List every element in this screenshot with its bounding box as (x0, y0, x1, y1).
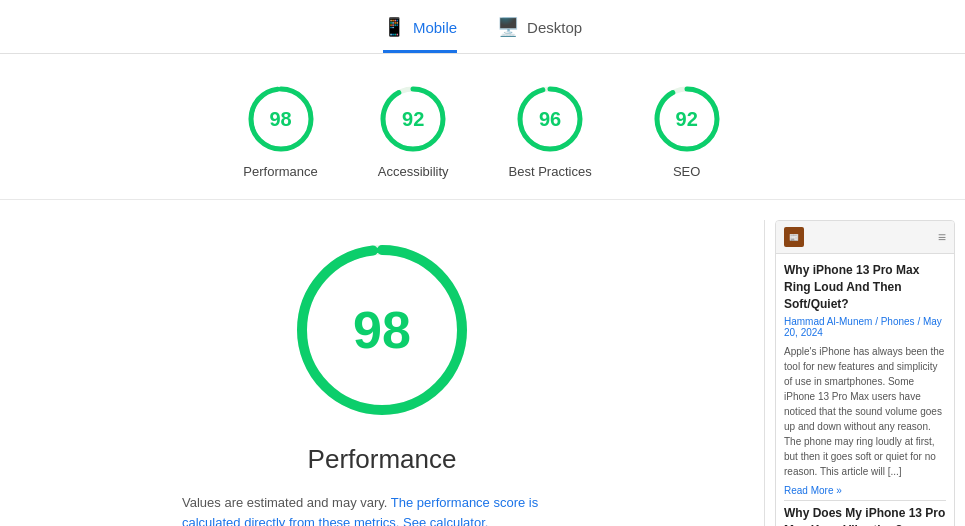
blog-card-0-body: Why iPhone 13 Pro Max Ring Loud And Then… (776, 254, 954, 526)
right-panel: 📰 ≡ Why iPhone 13 Pro Max Ring Loud And … (765, 220, 965, 526)
disclaimer-link-calculator[interactable]: See calculator. (403, 515, 488, 527)
tab-mobile[interactable]: 📱 Mobile (383, 16, 457, 53)
blog-card-0-excerpt: Apple's iPhone has always been the tool … (784, 344, 946, 479)
main-content: 98 Performance Values are estimated and … (0, 200, 965, 526)
blog-card-0: 📰 ≡ Why iPhone 13 Pro Max Ring Loud And … (775, 220, 955, 526)
blog-card-0-favicon: 📰 (784, 227, 804, 247)
tab-mobile-label: Mobile (413, 19, 457, 36)
score-circle-performance: 98 (246, 84, 316, 154)
score-label-best-practices: Best Practices (509, 164, 592, 179)
score-label-seo: SEO (673, 164, 700, 179)
disclaimer-text: Values are estimated and may vary. The p… (182, 493, 582, 526)
score-label-accessibility: Accessibility (378, 164, 449, 179)
blog-card-0-menu[interactable]: ≡ (938, 229, 946, 245)
blog-card-0-readmore[interactable]: Read More » (784, 485, 946, 496)
score-circle-best-practices: 96 (515, 84, 585, 154)
score-seo: 92 SEO (652, 84, 722, 179)
big-score-circle: 98 (292, 240, 472, 420)
score-circle-accessibility: 92 (378, 84, 448, 154)
tab-desktop-label: Desktop (527, 19, 582, 36)
blog-card-1-title: Why Does My iPhone 13 Pro Max Keep Vibra… (784, 505, 946, 526)
scores-row: 98 Performance 92 Accessibility 96 Best … (0, 54, 965, 200)
score-best-practices: 96 Best Practices (509, 84, 592, 179)
disclaimer-static: Values are estimated and may vary. (182, 495, 387, 510)
tab-desktop[interactable]: 🖥️ Desktop (497, 16, 582, 53)
big-score-value: 98 (353, 300, 411, 360)
score-performance: 98 Performance (243, 84, 317, 179)
score-label-performance: Performance (243, 164, 317, 179)
blog-card-0-header: 📰 ≡ (776, 221, 954, 254)
desktop-icon: 🖥️ (497, 16, 519, 38)
score-value-accessibility: 92 (402, 108, 424, 131)
left-panel: 98 Performance Values are estimated and … (0, 220, 765, 526)
tab-bar: 📱 Mobile 🖥️ Desktop (0, 0, 965, 54)
score-circle-seo: 92 (652, 84, 722, 154)
score-accessibility: 92 Accessibility (378, 84, 449, 179)
mobile-icon: 📱 (383, 16, 405, 38)
score-value-performance: 98 (269, 108, 291, 131)
score-value-best-practices: 96 (539, 108, 561, 131)
blog-card-0-meta: Hammad Al-Munem / Phones / May 20, 2024 (784, 316, 946, 338)
blog-card-0-title: Why iPhone 13 Pro Max Ring Loud And Then… (784, 262, 946, 312)
big-score-label: Performance (308, 444, 457, 475)
blog-card-0-divider (784, 500, 946, 501)
score-value-seo: 92 (676, 108, 698, 131)
